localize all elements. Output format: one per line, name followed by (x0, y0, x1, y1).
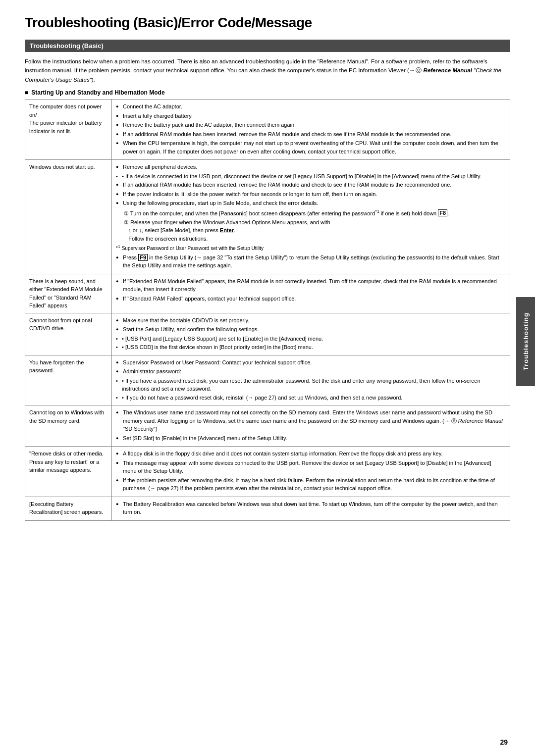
problem-cell: The computer does not power on/ The powe… (25, 100, 112, 160)
problem-cell: There is a beep sound, and either "Exten… (25, 274, 112, 313)
solution-cell: Supervisor Password or User Password: Co… (112, 355, 510, 405)
table-row: [Executing Battery Recalibration] screen… (25, 497, 510, 520)
table-row: You have forgotten the password. Supervi… (25, 355, 510, 405)
problem-cell: You have forgotten the password. (25, 355, 112, 405)
intro-text: Follow the instructions below when a pro… (25, 57, 510, 84)
solution-cell: A floppy disk is in the floppy disk driv… (112, 447, 510, 497)
subsection-header: Starting Up and Standby and Hibernation … (25, 89, 510, 96)
solution-cell: Remove all peripheral devices. • If a de… (112, 160, 510, 274)
problem-cell: Cannot log on to Windows with the SD mem… (25, 405, 112, 447)
problem-cell: Windows does not start up. (25, 160, 112, 274)
problem-cell: [Executing Battery Recalibration] screen… (25, 497, 112, 520)
table-row: There is a beep sound, and either "Exten… (25, 274, 510, 313)
problem-cell: "Remove disks or other media. Press any … (25, 447, 112, 497)
table-row: Cannot log on to Windows with the SD mem… (25, 405, 510, 447)
table-row: The computer does not power on/ The powe… (25, 100, 510, 160)
table-row: Windows does not start up. Remove all pe… (25, 160, 510, 274)
solution-cell: If "Extended RAM Module Failed" appears,… (112, 274, 510, 313)
table-row: "Remove disks or other media. Press any … (25, 447, 510, 497)
solution-cell: The Windows user name and password may n… (112, 405, 510, 447)
problem-cell: Cannot boot from optional CD/DVD drive. (25, 313, 112, 355)
solution-cell: Connect the AC adaptor. Insert a fully c… (112, 100, 510, 160)
page-number: 29 (500, 738, 508, 746)
side-tab: Troubleshooting (516, 297, 535, 386)
section-header: Troubleshooting (Basic) (25, 40, 510, 52)
solution-cell: Make sure that the bootable CD/DVD is se… (112, 313, 510, 355)
table-row: Cannot boot from optional CD/DVD drive. … (25, 313, 510, 355)
page-title: Troubleshooting (Basic)/Error Code/Messa… (25, 15, 510, 31)
solution-cell: The Battery Recalibration was canceled b… (112, 497, 510, 520)
troubleshooting-table: The computer does not power on/ The powe… (25, 99, 510, 520)
